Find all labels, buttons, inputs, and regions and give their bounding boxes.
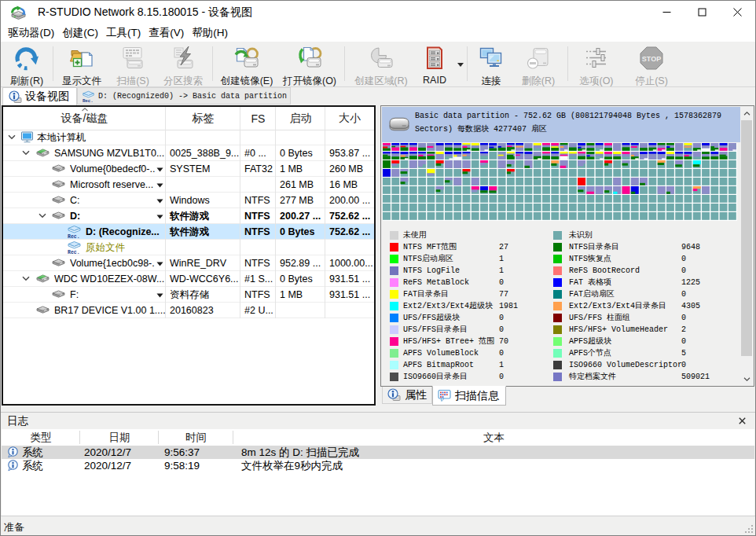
toolbar-button-connect[interactable]: 连接 (470, 43, 512, 86)
tab-properties[interactable]: 属性 (382, 387, 432, 404)
tree-row-5[interactable]: D:软件游戏NTFS200.27 ...752.62 ... (3, 208, 374, 224)
cell-fs (240, 130, 276, 145)
column-header-start[interactable]: 启动 (276, 107, 325, 130)
column-header-label[interactable]: 标签 (166, 107, 240, 130)
combo-down-icon (156, 215, 163, 219)
column-header-label: 大小 (339, 112, 361, 126)
tree-row-2[interactable]: Volume{0bedecf0-...SYSTEMFAT321 MB260 MB (3, 161, 374, 177)
tree-row-1[interactable]: SAMSUNG MZVLB1T0...0025_388B_9...#0 ...0… (3, 145, 374, 161)
tab-label: D: (Recognized0) -> Basic data partition (98, 92, 287, 101)
column-header-device[interactable]: 设备/磁盘 (3, 107, 166, 130)
stop-icon: STOP (638, 45, 665, 72)
cell-size (325, 303, 374, 318)
scrollbar-up-button[interactable] (740, 107, 753, 119)
tree-row-3[interactable]: Microsoft reserve...261 MB16 MB (3, 177, 374, 193)
column-divider[interactable] (275, 107, 276, 318)
tab-device-view[interactable]: 设备视图 (2, 87, 77, 105)
column-header-label: 标签 (193, 112, 215, 126)
log-column-header-time[interactable]: 时间 (159, 429, 233, 446)
log-cell-time: 9:58:19 (164, 459, 200, 472)
scrollbar-thumb[interactable] (741, 120, 752, 356)
log-cell-type: 系统 (22, 446, 43, 459)
log-row-0[interactable]: 系统2020/12/79:56:378m 12s 的 D: 扫描已完成 (2, 446, 754, 459)
main-area: 设备/磁盘标签FS启动大小 本地计算机 SAMSUNG MZVLB1T0...0… (1, 105, 755, 406)
row-separator (3, 318, 374, 318)
log-column-header-type[interactable]: 类型 (2, 429, 80, 446)
log-column-divider[interactable] (158, 431, 159, 444)
cell-label: WD-WCC6Y6... (166, 271, 240, 287)
log-column-divider[interactable] (233, 431, 233, 444)
menu-item-create[interactable]: 创建(C) (58, 24, 102, 42)
cell-fs (240, 177, 276, 193)
scan-block-map[interactable] (383, 143, 737, 221)
log-header-row: 类型日期时间文本 (2, 429, 754, 446)
cell-start: 0 Bytes (276, 145, 325, 161)
scrollbar-down-button[interactable] (740, 373, 753, 385)
toolbar-button-scan: 扫描(S) (108, 43, 157, 86)
tree-row-7[interactable]: Rec. 原始文件 (3, 240, 374, 255)
app-icon (11, 6, 26, 20)
combo-down-icon (156, 199, 163, 204)
column-divider[interactable] (240, 107, 240, 318)
legend-row-right-9: APFS超级块0 (381, 336, 739, 347)
tab-scan-info[interactable]: 扫描信息 (432, 386, 506, 406)
legend-label: UFS/FFS 柱面组 (569, 312, 630, 324)
toolbar-button-show-files[interactable]: 显示文件 (56, 43, 108, 86)
legend-row-right-10: APFS个节点5 (381, 347, 739, 359)
tree-row-10[interactable]: F:资料存储NTFS1 MB931.51 ... (3, 287, 374, 303)
toolbar-button-label: 创建镜像(E) (215, 75, 278, 88)
legend-swatch (553, 266, 562, 275)
minimize-button[interactable] (649, 1, 684, 24)
toolbar-button-label: 分区搜索 (157, 75, 209, 88)
log-column-header-date[interactable]: 日期 (80, 429, 159, 446)
column-divider[interactable] (325, 107, 325, 318)
legend-row-right-1: NTFS目录条目9648 (381, 241, 739, 253)
tree-row-8[interactable]: Volume{1ecb0c98-...WinRE_DRVNTFS952.89 .… (3, 255, 374, 271)
device-name: 本地计算机 (37, 130, 86, 145)
maximize-button[interactable] (684, 1, 720, 24)
legend-row-right-11: ISO9660 VolumeDescriptor0 (381, 359, 739, 371)
column-header-size[interactable]: 大小 (325, 107, 374, 130)
raid-dropdown-arrow[interactable] (457, 57, 464, 65)
tree-row-6[interactable]: Rec. D: (Recognize...软件游戏NTFS0 Bytes752.… (3, 224, 374, 240)
menu-item-view[interactable]: 查看(V) (145, 24, 188, 42)
log-column-header-text[interactable]: 文本 (233, 429, 754, 446)
legend-count: 0 (681, 312, 686, 324)
legend-label: NTFS恢复点 (569, 253, 611, 265)
resize-grip[interactable] (744, 524, 754, 534)
toolbar-button-create-image[interactable]: 创建镜像(E) (215, 43, 278, 86)
column-header-label: 启动 (290, 112, 312, 126)
log-close-button[interactable] (736, 415, 747, 426)
cell-fs: #1 S... (240, 271, 276, 287)
toolbar-button-refresh[interactable]: 刷新(R) (3, 43, 50, 86)
legend-row-right-4: FAT 表格项1225 (381, 277, 739, 288)
toolbar-button-open-image[interactable]: 打开镜像(O) (278, 43, 341, 86)
log-row-1[interactable]: 系统2020/12/79:58:19文件枚举在9秒内完成 (2, 459, 754, 472)
tree-header-row: 设备/磁盘标签FS启动大小 (3, 107, 374, 130)
legend-label: 特定档案文件 (569, 371, 616, 383)
column-header-fs[interactable]: FS (240, 107, 276, 130)
tree-row-4[interactable]: C:WindowsNTFS277 MB200.00 ... (3, 193, 374, 208)
menu-item-tools[interactable]: 工具(T) (102, 24, 145, 42)
window-title: R-STUDIO Network 8.15.180015 - 设备视图 (38, 6, 252, 20)
toolbar-button-raid[interactable]: RAID (417, 43, 453, 86)
scrollbar-vertical[interactable] (740, 107, 753, 385)
menu-item-drive[interactable]: 驱动器(D) (4, 24, 58, 42)
hard-disk-icon (386, 114, 413, 134)
column-divider[interactable] (165, 107, 166, 318)
tab-label: 属性 (405, 388, 427, 402)
tab-recognized[interactable]: Rec. D: (Recognized0) -> Basic data part… (77, 87, 291, 105)
legend-label: APFS超级块 (569, 336, 611, 347)
legend-row-right-12: 特定档案文件509021 (381, 371, 739, 383)
cell-fs: NTFS (240, 208, 276, 224)
log-column-divider[interactable] (79, 431, 80, 444)
tree-row-11[interactable]: BR17 DEVICE V1.00 1....20160823#2 U... (3, 303, 374, 318)
chevron-down-icon (22, 150, 30, 156)
cell-fs: NTFS (240, 193, 276, 208)
menu-item-help[interactable]: 帮助(H) (188, 24, 232, 42)
legend-row-right-7: UFS/FFS 柱面组0 (381, 312, 739, 324)
tree-row-9[interactable]: WDC WD10EZEX-08W...WD-WCC6Y6...#1 S...0 … (3, 271, 374, 287)
close-button[interactable] (720, 1, 755, 24)
tree-row-0[interactable]: 本地计算机 (3, 130, 374, 145)
view-tabbar: 设备视图 Rec. D: (Recognized0) -> Basic data… (1, 87, 755, 105)
